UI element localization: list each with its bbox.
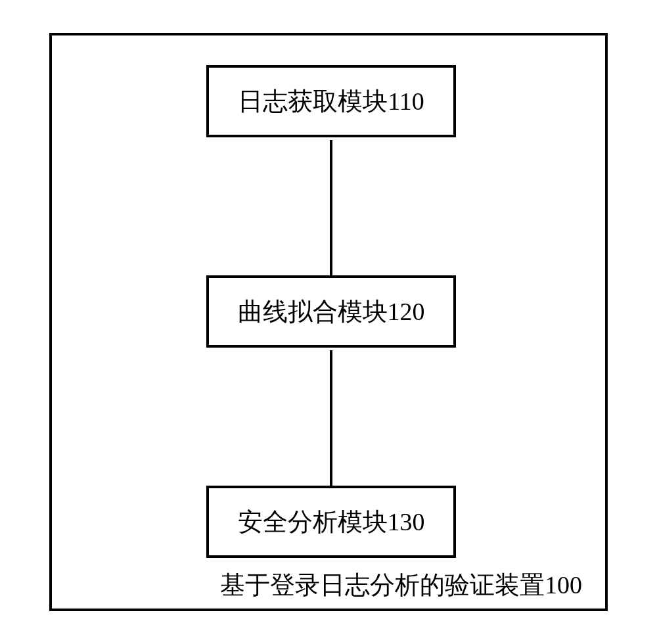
module-label: 日志获取模块110 [238,85,424,118]
connector-line [330,350,332,486]
module-log-acquisition: 日志获取模块110 [206,65,456,137]
connector-line [330,140,332,275]
module-label: 安全分析模块130 [238,505,425,539]
device-label-text: 基于登录日志分析的验证装置100 [220,571,582,599]
module-security-analysis: 安全分析模块130 [206,486,456,558]
diagram-container: 日志获取模块110 曲线拟合模块120 安全分析模块130 基于登录日志分析的验… [49,33,608,611]
module-curve-fitting: 曲线拟合模块120 [206,275,456,348]
module-label: 曲线拟合模块120 [238,295,425,329]
device-title: 基于登录日志分析的验证装置100 [220,568,582,602]
